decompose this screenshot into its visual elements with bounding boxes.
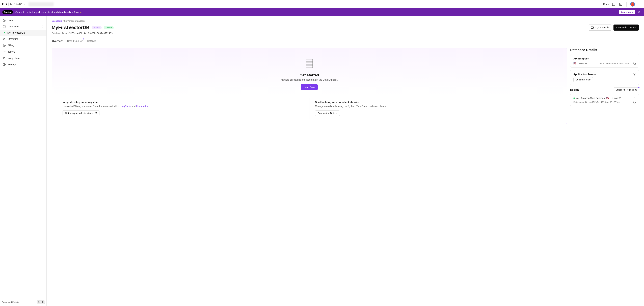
integrate-text: Use Astra DB as your Vector Store for fr… <box>62 104 304 108</box>
svg-point-8 <box>3 25 5 26</box>
integrate-title: Integrate into your ecosystem <box>62 101 304 103</box>
stack-icon <box>304 58 314 70</box>
hero-subtitle: Manage collections and load data in the … <box>57 78 562 81</box>
command-palette-hint[interactable]: Command Palette Ctrl+K <box>0 298 46 306</box>
copy-icon[interactable] <box>633 62 636 65</box>
us-flag-icon: 🇺🇸 <box>574 62 576 65</box>
dbid-value: add5f35e-4938-4cf3-833b-5007c0772499 <box>66 32 113 34</box>
api-endpoint-panel: API Endpoint 🇺🇸 us-east-2 https://add5f3… <box>570 54 639 68</box>
calendar-icon[interactable] <box>612 2 616 6</box>
sidebar-label: Streaming <box>8 38 18 40</box>
llamaindex-link[interactable]: LlamaIndex <box>136 105 148 107</box>
database-icon <box>3 25 6 28</box>
sidebar-item-tokens[interactable]: Tokens <box>0 49 46 55</box>
langchain-link[interactable]: LangChain <box>120 105 131 107</box>
sidebar-item-billing[interactable]: Billing <box>0 42 46 49</box>
logo: DS <box>2 2 7 6</box>
svg-line-23 <box>96 112 96 113</box>
svg-point-25 <box>634 74 635 75</box>
region-panel: aws Amazon Web Services 🇺🇸 us-east-2 Dat… <box>570 94 639 106</box>
integrate-section: Integrate into your ecosystem Use Astra … <box>57 98 310 119</box>
main-content: Dashboard / Serverless Databases MyFirst… <box>46 16 644 306</box>
sidebar-sub-database[interactable]: MyFirstVectorDB <box>0 30 46 36</box>
endpoint-url: https://add5f35e-4938-4cf3-833b-5007c… <box>600 62 632 65</box>
external-link-icon <box>94 112 97 114</box>
sidebar-label: Settings <box>8 63 16 66</box>
add-icon[interactable] <box>619 2 623 6</box>
sidebar-item-settings[interactable]: Settings <box>0 61 46 68</box>
sidebar-item-home[interactable]: Home <box>0 17 46 23</box>
svg-point-10 <box>3 51 4 52</box>
tab-label: Data Explorer <box>67 40 83 42</box>
gear-icon[interactable] <box>633 73 636 76</box>
datacenter-label: Datacenter ID: <box>574 101 588 103</box>
provider-region: us-east-2 <box>611 97 620 99</box>
org-switcher[interactable]: Astra DB <box>8 2 27 6</box>
notification-dot <box>638 87 640 88</box>
btn-label: Unlock All Regions <box>616 88 634 91</box>
database-details: Database Details API Endpoint 🇺🇸 us-east… <box>570 48 639 109</box>
sidebar-label: Home <box>8 19 14 22</box>
learn-more-button[interactable]: Learn More <box>619 10 635 14</box>
chevron-down-icon[interactable] <box>638 2 642 6</box>
aws-icon: aws <box>576 97 579 99</box>
unlock-regions-button[interactable]: Unlock All Regions <box>614 87 639 92</box>
sidebar-label: Databases <box>8 25 19 28</box>
billing-icon <box>3 44 6 47</box>
topbar-right: Docs <box>603 2 642 7</box>
status-dot-active <box>4 32 5 33</box>
tab-settings[interactable]: Settings <box>87 38 96 44</box>
close-icon[interactable]: ✕ <box>637 10 642 14</box>
keyboard-shortcut: Ctrl+K <box>37 300 45 304</box>
breadcrumb: Dashboard / Serverless Databases <box>52 20 639 22</box>
breadcrumb-root[interactable]: Dashboard <box>52 20 62 22</box>
tabs: Overview Data Explorer Settings <box>52 38 639 44</box>
notification-dot <box>83 39 84 40</box>
integration-instructions-button[interactable]: Get Integration Instructions <box>62 110 100 116</box>
badge-active: Active <box>104 26 114 29</box>
svg-rect-24 <box>634 63 636 65</box>
svg-rect-30 <box>634 102 636 103</box>
get-started-card: Get started Manage collections and load … <box>52 48 567 124</box>
client-libraries-section: Start building with our client libraries… <box>310 98 562 119</box>
btn-label: Get Integration Instructions <box>65 112 93 114</box>
svg-point-28 <box>634 98 634 98</box>
more-icon[interactable] <box>633 97 636 99</box>
sidebar-label: Billing <box>8 44 14 47</box>
region-title: Region <box>570 88 579 91</box>
connection-details-button[interactable]: Connection Details <box>614 25 639 31</box>
cql-console-button[interactable]: CQL Console <box>588 25 612 31</box>
gear-icon <box>3 63 6 66</box>
avatar[interactable] <box>630 2 635 7</box>
svg-rect-1 <box>612 3 615 6</box>
sidebar-label: Integrations <box>8 57 20 59</box>
connection-details-button-2[interactable]: Connection Details <box>315 110 340 116</box>
dbid-label: Database ID: <box>52 32 64 34</box>
svg-point-27 <box>634 97 634 97</box>
tab-data-explorer[interactable]: Data Explorer <box>67 38 83 44</box>
badge-vector: Vector <box>92 26 102 29</box>
sidebar-item-streaming[interactable]: Streaming <box>0 36 46 42</box>
us-flag-icon: 🇺🇸 <box>606 97 609 99</box>
key-icon <box>3 50 6 53</box>
command-palette-label: Command Palette <box>2 301 19 303</box>
region-text: us-east-2 <box>578 62 587 65</box>
page-title: MyFirstVectorDB <box>52 25 90 30</box>
collapse-icon[interactable] <box>42 25 44 28</box>
load-data-button[interactable]: Load Data <box>301 84 318 90</box>
status-dot-active <box>574 97 575 99</box>
copy-icon[interactable] <box>633 101 636 103</box>
generate-token-button[interactable]: Generate Token <box>574 77 593 82</box>
tokens-panel: Application Tokens Generate Token <box>570 70 639 85</box>
svg-point-14 <box>4 64 5 65</box>
docs-link[interactable]: Docs <box>603 3 608 6</box>
blurred-breadcrumb <box>28 2 54 6</box>
sidebar-item-databases[interactable]: Databases <box>0 23 46 30</box>
sidebar: Home Databases MyFirstVectorDB Streaming… <box>0 16 46 306</box>
tab-overview[interactable]: Overview <box>52 38 63 44</box>
streaming-icon <box>3 38 6 41</box>
datacenter-id: add5f35e-4938-4cf3-833b-5007c0772… <box>589 101 622 103</box>
client-title: Start building with our client libraries <box>315 101 556 103</box>
sidebar-item-integrations[interactable]: Integrations <box>0 55 46 61</box>
api-endpoint-title: API Endpoint <box>574 57 636 60</box>
